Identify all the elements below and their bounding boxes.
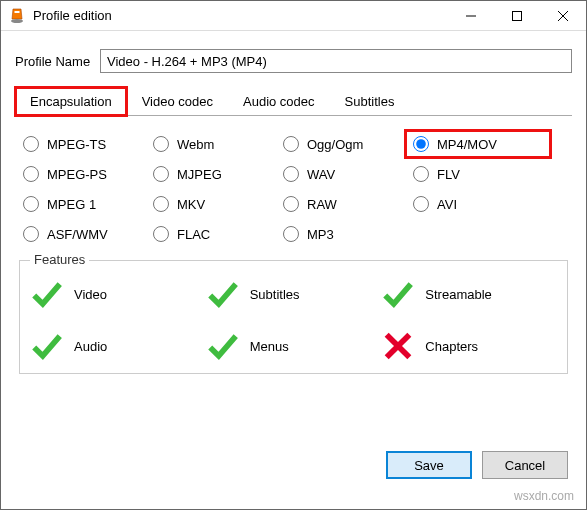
- svg-rect-1: [15, 11, 20, 13]
- feature-label: Audio: [74, 339, 107, 354]
- radio-label: MP4/MOV: [437, 137, 497, 152]
- radio-raw[interactable]: RAW: [283, 196, 413, 212]
- feature-label: Menus: [250, 339, 289, 354]
- radio-label: MP3: [307, 227, 334, 242]
- tab-video-codec[interactable]: Video codec: [127, 87, 228, 116]
- radio-ogg[interactable]: Ogg/Ogm: [283, 136, 413, 152]
- encapsulation-options: MPEG-TS Webm Ogg/Ogm MP4/MOV MPEG-PS MJP…: [15, 116, 572, 250]
- feature-audio: Audio: [30, 329, 206, 363]
- radio-label: MPEG-TS: [47, 137, 106, 152]
- radio-flac[interactable]: FLAC: [153, 226, 283, 242]
- cross-icon: [381, 329, 415, 363]
- feature-video: Video: [30, 277, 206, 311]
- radio-mpeg-ps[interactable]: MPEG-PS: [23, 166, 153, 182]
- check-icon: [206, 277, 240, 311]
- feature-label: Streamable: [425, 287, 491, 302]
- radio-label: ASF/WMV: [47, 227, 108, 242]
- radio-mkv[interactable]: MKV: [153, 196, 283, 212]
- cancel-button[interactable]: Cancel: [482, 451, 568, 479]
- app-icon: [9, 8, 25, 24]
- radio-mjpeg[interactable]: MJPEG: [153, 166, 283, 182]
- svg-rect-4: [513, 11, 522, 20]
- check-icon: [30, 277, 64, 311]
- feature-streamable: Streamable: [381, 277, 557, 311]
- minimize-button[interactable]: [448, 1, 494, 31]
- radio-label: Ogg/Ogm: [307, 137, 363, 152]
- feature-label: Video: [74, 287, 107, 302]
- radio-flv[interactable]: FLV: [413, 166, 543, 182]
- features-group: Features Video Subtitles Streamable Audi…: [19, 260, 568, 374]
- features-legend: Features: [30, 252, 89, 267]
- radio-mp3[interactable]: MP3: [283, 226, 413, 242]
- radio-label: MJPEG: [177, 167, 222, 182]
- tab-bar: Encapsulation Video codec Audio codec Su…: [15, 87, 572, 116]
- radio-label: FLAC: [177, 227, 210, 242]
- feature-label: Chapters: [425, 339, 478, 354]
- radio-label: MKV: [177, 197, 205, 212]
- profile-name-input[interactable]: [100, 49, 572, 73]
- radio-avi[interactable]: AVI: [413, 196, 543, 212]
- check-icon: [30, 329, 64, 363]
- feature-menus: Menus: [206, 329, 382, 363]
- feature-chapters: Chapters: [381, 329, 557, 363]
- radio-webm[interactable]: Webm: [153, 136, 283, 152]
- svg-point-2: [11, 19, 23, 23]
- save-button[interactable]: Save: [386, 451, 472, 479]
- watermark-text: wsxdn.com: [514, 489, 574, 503]
- tab-encapsulation[interactable]: Encapsulation: [15, 87, 127, 116]
- radio-asf-wmv[interactable]: ASF/WMV: [23, 226, 153, 242]
- radio-label: AVI: [437, 197, 457, 212]
- window-controls: [448, 1, 586, 31]
- radio-label: WAV: [307, 167, 335, 182]
- maximize-button[interactable]: [494, 1, 540, 31]
- tab-audio-codec[interactable]: Audio codec: [228, 87, 330, 116]
- svg-marker-0: [12, 9, 22, 19]
- profile-name-label: Profile Name: [15, 54, 100, 69]
- radio-mp4-mov[interactable]: MP4/MOV: [407, 132, 549, 156]
- feature-label: Subtitles: [250, 287, 300, 302]
- radio-label: MPEG-PS: [47, 167, 107, 182]
- check-icon: [206, 329, 240, 363]
- radio-label: RAW: [307, 197, 337, 212]
- radio-wav[interactable]: WAV: [283, 166, 413, 182]
- dialog-buttons: Save Cancel: [386, 451, 568, 479]
- close-button[interactable]: [540, 1, 586, 31]
- radio-mpeg-ts[interactable]: MPEG-TS: [23, 136, 153, 152]
- radio-label: FLV: [437, 167, 460, 182]
- radio-mpeg-1[interactable]: MPEG 1: [23, 196, 153, 212]
- feature-subtitles: Subtitles: [206, 277, 382, 311]
- check-icon: [381, 277, 415, 311]
- radio-label: MPEG 1: [47, 197, 96, 212]
- window-title: Profile edition: [33, 8, 448, 23]
- titlebar: Profile edition: [1, 1, 586, 31]
- radio-label: Webm: [177, 137, 214, 152]
- tab-subtitles[interactable]: Subtitles: [330, 87, 410, 116]
